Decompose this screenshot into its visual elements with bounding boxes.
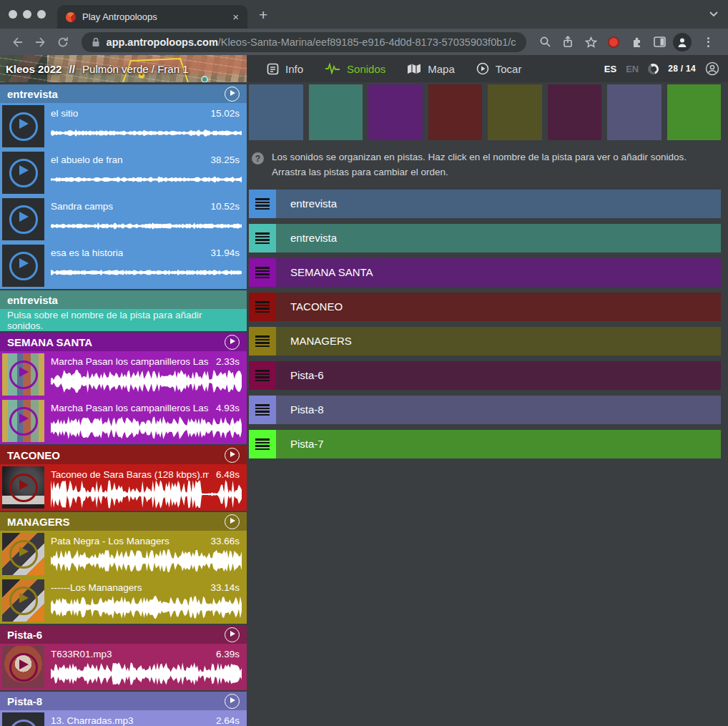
- track-row-name-button[interactable]: TACONEO: [276, 293, 721, 321]
- back-button[interactable]: [7, 32, 27, 52]
- clip-row[interactable]: esa es la historia 31.94s: [0, 242, 247, 289]
- play-icon: [9, 720, 38, 726]
- track-row-name-button[interactable]: Pista-7: [276, 430, 721, 458]
- play-track-icon[interactable]: [225, 694, 240, 709]
- address-bar[interactable]: app.antropoloops.com/Kleos-Santa-Marina/…: [82, 32, 526, 52]
- track-color-swatch: [667, 84, 722, 140]
- zoom-page-icon[interactable]: [535, 32, 555, 52]
- track-row[interactable]: Pista-7: [249, 430, 721, 458]
- play-clip-button[interactable]: [2, 152, 44, 194]
- track-header[interactable]: TACONEO: [0, 446, 247, 464]
- clip-row[interactable]: T633R01.mp3 6.39s: [0, 644, 247, 690]
- nav-tocar[interactable]: Tocar: [476, 62, 522, 75]
- play-track-icon[interactable]: [225, 87, 240, 102]
- track-row[interactable]: MANAGERS: [249, 327, 721, 355]
- track-header[interactable]: Pista-8: [0, 692, 247, 710]
- reload-button[interactable]: [53, 32, 73, 52]
- clip-row[interactable]: el sitio 15.02s: [0, 103, 247, 149]
- track-header[interactable]: SEMANA SANTA: [0, 333, 247, 351]
- track-row-label: TACONEO: [290, 300, 343, 313]
- play-clip-button[interactable]: [2, 198, 44, 240]
- track-row[interactable]: entrevista: [249, 190, 721, 218]
- clip-row[interactable]: Marcha Pasan los campanilleros Las Mejor…: [0, 351, 247, 398]
- minimize-window-button[interactable]: [23, 10, 31, 19]
- new-tab-button[interactable]: +: [259, 7, 267, 22]
- bookmark-star-button[interactable]: [581, 32, 601, 52]
- play-circle-icon: [476, 62, 489, 75]
- play-clip-button[interactable]: [2, 245, 44, 287]
- lang-es[interactable]: ES: [604, 64, 616, 74]
- play-track-icon[interactable]: [225, 448, 240, 463]
- extensions-puzzle-icon[interactable]: [626, 32, 646, 52]
- clip-title: Taconeo de Sara Baras (128 kbps).mp3: [51, 469, 209, 480]
- account-icon[interactable]: [705, 62, 719, 76]
- play-icon: [9, 587, 38, 615]
- play-track-icon[interactable]: [225, 335, 240, 350]
- track-row-name-button[interactable]: SEMANA SANTA: [276, 258, 721, 287]
- forward-button[interactable]: [30, 32, 50, 52]
- nav-info[interactable]: Info: [267, 63, 303, 75]
- clip-row[interactable]: ------Los Mananagers 33.14s: [0, 577, 247, 624]
- track-row[interactable]: entrevista: [249, 224, 721, 252]
- play-clip-button[interactable]: [2, 105, 44, 147]
- drag-handle[interactable]: [249, 396, 276, 424]
- play-clip-button[interactable]: [2, 579, 44, 622]
- track-row-name-button[interactable]: entrevista: [276, 224, 721, 252]
- project-banner[interactable]: Kleos 2022 // Pulmón verde / Fran 1: [0, 55, 247, 82]
- track-header[interactable]: MANAGERS: [0, 512, 247, 531]
- browser-menu-icon[interactable]: [695, 32, 721, 52]
- clip-duration: 6.48s: [216, 469, 240, 480]
- nav-mapa[interactable]: Mapa: [407, 63, 455, 75]
- nav-sonidos-label: Sonidos: [347, 63, 385, 75]
- share-button[interactable]: [558, 32, 578, 52]
- tab-close-icon[interactable]: ×: [231, 10, 240, 24]
- track-header[interactable]: entrevista: [0, 84, 247, 103]
- track-row[interactable]: Pista-8: [249, 396, 721, 424]
- drag-handle[interactable]: [249, 190, 276, 218]
- play-icon: [9, 653, 38, 682]
- close-window-button[interactable]: [9, 10, 17, 19]
- clip-row[interactable]: Pata Negra - Los Managers 33.66s: [0, 531, 247, 577]
- side-panel-icon[interactable]: [649, 32, 669, 52]
- track-color-strip: [249, 84, 721, 140]
- record-indicator-icon[interactable]: [604, 32, 624, 52]
- track-row-name-button[interactable]: Pista-8: [276, 396, 721, 424]
- track-row-name-button[interactable]: entrevista: [276, 190, 721, 218]
- zoom-window-button[interactable]: [37, 10, 46, 19]
- drag-handle[interactable]: [249, 430, 276, 458]
- track-row-name-button[interactable]: Pista-6: [276, 361, 721, 390]
- drag-handle[interactable]: [249, 327, 276, 355]
- clip-row[interactable]: Marcha Pasan los campanilleros Las Mejor…: [0, 398, 247, 444]
- play-clip-button[interactable]: [2, 353, 44, 396]
- play-clip-button[interactable]: [2, 712, 44, 726]
- drag-handle[interactable]: [249, 293, 276, 321]
- drag-handle[interactable]: [249, 258, 276, 287]
- play-icon: [9, 205, 38, 234]
- track-row[interactable]: SEMANA SANTA: [249, 258, 721, 287]
- profile-avatar[interactable]: [672, 32, 692, 52]
- clip-thumbnail: [2, 646, 44, 688]
- clip-row[interactable]: Sandra camps 10.52s: [0, 196, 247, 242]
- tab-search-chevron-icon[interactable]: [709, 11, 718, 17]
- lang-en[interactable]: EN: [626, 64, 639, 74]
- play-track-icon[interactable]: [225, 514, 240, 529]
- browser-tab[interactable]: Play Antropoloops ×: [57, 5, 247, 29]
- play-clip-button[interactable]: [2, 646, 44, 688]
- sidebar-track-section: entrevista Pulsa sobre el nombre de la p…: [0, 290, 247, 331]
- clip-row[interactable]: Taconeo de Sara Baras (128 kbps).mp3 6.4…: [0, 464, 247, 511]
- play-track-icon[interactable]: [225, 627, 240, 642]
- clip-row[interactable]: el abuelo de fran 38.25s: [0, 149, 247, 196]
- play-clip-button[interactable]: [2, 466, 44, 509]
- track-header[interactable]: Pista-6: [0, 625, 247, 644]
- play-icon: [9, 407, 38, 436]
- nav-sonidos[interactable]: Sonidos: [325, 63, 385, 75]
- drag-handle[interactable]: [249, 361, 276, 390]
- track-header[interactable]: entrevista: [0, 290, 247, 309]
- play-clip-button[interactable]: [2, 533, 44, 575]
- track-row[interactable]: Pista-6: [249, 361, 721, 390]
- track-row-name-button[interactable]: MANAGERS: [276, 327, 721, 355]
- clip-row[interactable]: 13. Charradas.mp3 2.64s: [0, 710, 247, 726]
- play-clip-button[interactable]: [2, 400, 44, 442]
- drag-handle[interactable]: [249, 224, 276, 252]
- track-row[interactable]: TACONEO: [249, 293, 721, 321]
